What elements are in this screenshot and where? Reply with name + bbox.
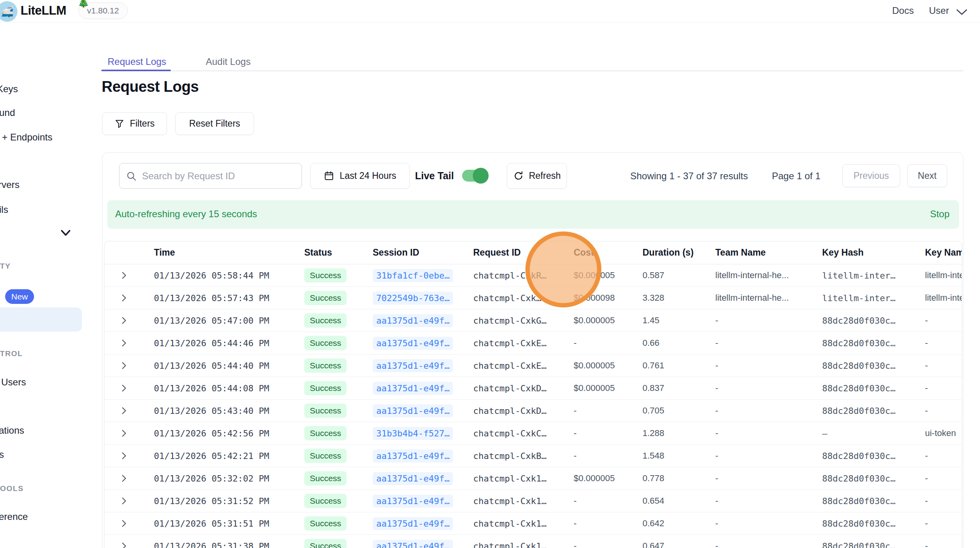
live-tail-toggle[interactable] [462, 170, 487, 182]
sidebar-item-keys[interactable]: Keys [0, 83, 18, 95]
row-expand-chevron-icon[interactable] [104, 360, 144, 371]
sidebar-section-observability: TY [0, 262, 11, 271]
cell-request-id: chatcmpl-CxkR… [463, 271, 564, 281]
cell-session-id: aa1375d1-e49f… [363, 449, 463, 463]
table-row: 01/13/2026 05:44:08 PMSuccessaa1375d1-e4… [104, 377, 962, 400]
sidebar-item-reference[interactable]: erence [0, 511, 28, 522]
filters-button[interactable]: Filters [102, 112, 167, 135]
tab-audit-logs[interactable]: Audit Logs [206, 52, 250, 71]
session-id-link[interactable]: aa1375d1-e49f… [373, 449, 453, 463]
sidebar-item-users[interactable]: Users [1, 377, 26, 388]
search-input[interactable] [142, 171, 295, 182]
cell-time: 01/13/2026 05:31:38 PM [144, 541, 294, 548]
user-menu[interactable]: User [929, 5, 949, 16]
stop-auto-refresh-link[interactable]: Stop [930, 209, 950, 220]
cell-key-hash: – [812, 429, 915, 438]
sidebar-collapse-chevron-icon[interactable] [59, 228, 72, 238]
cell-cost: $0.000005 [564, 473, 633, 484]
session-id-link[interactable]: 31bfa1cf-0ebe… [373, 269, 453, 282]
cell-cost: - [564, 428, 633, 438]
sidebar-item-endpoints[interactable]: + Endpoints [2, 132, 52, 143]
cell-session-id: aa1375d1-e49f… [363, 337, 463, 350]
status-badge: Success [304, 449, 347, 463]
col-cost: Cost [564, 247, 633, 258]
tab-request-logs[interactable]: Request Logs [108, 52, 166, 71]
cell-duration: 0.647 [633, 541, 705, 548]
session-id-link[interactable]: aa1375d1-e49f… [373, 382, 453, 395]
row-expand-chevron-icon[interactable] [104, 315, 144, 326]
col-status: Status [294, 247, 363, 258]
table-row: 01/13/2026 05:42:56 PMSuccess31b3b4b4-f5… [104, 422, 962, 445]
cell-team-name: litellm-internal-he... [705, 293, 812, 303]
cell-key-hash: 88dc28d0f030c… [812, 474, 915, 484]
docs-link[interactable]: Docs [892, 5, 914, 16]
chevron-down-icon[interactable] [956, 9, 968, 16]
cell-duration: 0.642 [633, 518, 705, 529]
row-expand-chevron-icon[interactable] [104, 406, 144, 416]
results-summary: Showing 1 - 37 of 37 results [630, 171, 748, 182]
session-id-link[interactable]: aa1375d1-e49f… [373, 314, 453, 327]
cell-key-hash: litellm-inter… [812, 271, 915, 281]
session-id-link[interactable]: 31b3b4b4-f527… [373, 427, 453, 440]
sidebar-item-organizations[interactable]: ations [0, 425, 24, 436]
col-time: Time [144, 247, 294, 258]
row-expand-chevron-icon[interactable] [104, 270, 144, 281]
row-expand-chevron-icon[interactable] [104, 473, 144, 484]
row-expand-chevron-icon[interactable] [104, 541, 144, 548]
row-expand-chevron-icon[interactable] [104, 293, 144, 303]
status-badge: Success [304, 539, 347, 548]
sidebar-item-teams[interactable]: s [0, 449, 4, 460]
session-id-link[interactable]: aa1375d1-e49f… [373, 337, 453, 350]
row-expand-chevron-icon[interactable] [104, 496, 144, 506]
row-expand-chevron-icon[interactable] [104, 428, 144, 438]
table-header-row: Time Status Session ID Request ID Cost D… [104, 241, 962, 264]
status-badge: Success [304, 336, 347, 350]
cell-duration: 0.778 [633, 473, 705, 484]
next-page-button[interactable]: Next [907, 164, 947, 187]
table-row: 01/13/2026 05:44:46 PMSuccessaa1375d1-e4… [104, 332, 962, 355]
cell-request-id: chatcmpl-CxkB… [463, 451, 564, 461]
session-id-link[interactable]: aa1375d1-e49f… [373, 540, 453, 548]
row-expand-chevron-icon[interactable] [104, 338, 144, 348]
sidebar-item-guardrails[interactable]: ils [0, 204, 8, 215]
search-box[interactable] [119, 163, 302, 189]
session-id-link[interactable]: aa1375d1-e49f… [373, 517, 453, 530]
cell-key-name: - [915, 541, 962, 548]
cell-status: Success [294, 291, 363, 305]
cell-cost: $0.000005 [564, 383, 633, 393]
refresh-label: Refresh [529, 171, 561, 181]
cell-request-id: chatcmpl-Cxk1… [463, 519, 564, 529]
search-icon [126, 171, 137, 182]
cell-key-hash: 88dc28d0f030c… [812, 541, 915, 548]
cell-time: 01/13/2026 05:42:56 PM [144, 429, 294, 438]
session-id-link[interactable]: aa1375d1-e49f… [373, 495, 453, 508]
brand-title: LiteLLM [21, 4, 66, 18]
cell-duration: 0.66 [633, 338, 705, 348]
litellm-logo-icon: 🚅 [0, 1, 17, 22]
session-id-link[interactable]: aa1375d1-e49f… [373, 404, 453, 417]
cell-time: 01/13/2026 05:32:02 PM [144, 474, 294, 484]
row-expand-chevron-icon[interactable] [104, 451, 144, 461]
cell-team-name: - [705, 360, 812, 371]
cell-key-name: - [915, 451, 962, 461]
reset-filters-button[interactable]: Reset Filters [175, 112, 254, 135]
row-expand-chevron-icon[interactable] [104, 518, 144, 529]
session-id-link[interactable]: aa1375d1-e49f… [373, 472, 453, 485]
time-range-button[interactable]: Last 24 Hours [310, 163, 410, 189]
sidebar-item-logs-selected[interactable] [0, 307, 82, 332]
refresh-button[interactable]: Refresh [507, 163, 567, 189]
cell-time: 01/13/2026 05:31:51 PM [144, 519, 294, 529]
previous-page-button[interactable]: Previous [842, 164, 900, 187]
table-row: 01/13/2026 05:32:02 PMSuccessaa1375d1-e4… [104, 467, 962, 490]
cell-team-name: - [705, 406, 812, 416]
status-badge: Success [304, 313, 347, 328]
row-expand-chevron-icon[interactable] [104, 383, 144, 393]
col-duration: Duration (s) [633, 247, 705, 258]
calendar-icon [324, 171, 334, 181]
sidebar-item-servers[interactable]: rvers [0, 179, 19, 190]
sidebar-item-playground[interactable]: und [0, 107, 15, 118]
session-id-link[interactable]: aa1375d1-e49f… [373, 359, 453, 372]
cell-request-id: chatcmpl-CxkE… [463, 338, 564, 348]
cell-session-id: aa1375d1-e49f… [363, 404, 463, 417]
session-id-link[interactable]: 7022549b-763e… [373, 292, 453, 305]
